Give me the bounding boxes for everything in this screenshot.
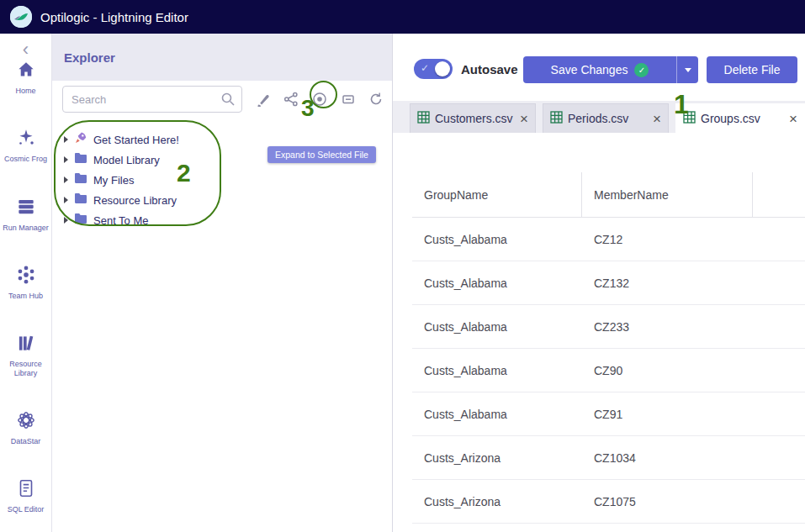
cell-empty[interactable] <box>753 305 805 348</box>
team-hub-icon <box>15 264 37 289</box>
chevron-right-icon[interactable] <box>64 197 68 203</box>
close-icon[interactable]: × <box>520 112 528 126</box>
tree-item-sent-to-me[interactable]: Sent To Me <box>64 210 392 230</box>
cell-groupname[interactable]: Custs_Alabama <box>412 305 582 348</box>
folder-icon <box>74 152 87 167</box>
autosave-control: ✓ Autosave <box>414 59 518 79</box>
chevron-down-icon <box>685 68 691 72</box>
table-row: Custs_Alabama CZ91 <box>412 392 805 436</box>
sidebar-item-cosmic-frog[interactable]: Cosmic Frog <box>1 127 51 163</box>
cell-groupname[interactable]: Custs_Alabama <box>412 392 582 435</box>
chevron-right-icon[interactable] <box>64 156 68 163</box>
sidebar-item-home[interactable]: Home <box>1 59 51 95</box>
tab-customers-csv[interactable]: Customers.csv × <box>410 103 536 133</box>
table-header-row: GroupName MemberName <box>412 172 805 218</box>
sidebar-item-resource-library[interactable]: Resource Library <box>1 332 51 377</box>
table-row: Custs_Alabama CZ90 <box>412 349 805 392</box>
chevron-right-icon[interactable] <box>64 217 68 224</box>
cell-membername[interactable]: CZ90 <box>582 349 753 392</box>
cell-membername[interactable]: CZ12 <box>582 218 753 261</box>
file-tabs: Customers.csv × Periods.csv × Grou <box>393 101 805 133</box>
saved-check-badge-icon: ✓ <box>634 63 649 77</box>
cell-membername[interactable]: CZ132 <box>582 261 753 304</box>
home-icon <box>15 59 37 84</box>
tooltip-expand-to-selected-file: Expand to Selected File <box>267 146 376 163</box>
tree-item-resource-library[interactable]: Resource Library <box>64 190 392 210</box>
collapse-all-icon[interactable] <box>341 92 356 107</box>
collapse-rail-icon[interactable]: ‹ <box>23 40 29 59</box>
file-tree: Get Started Here! Model Library My Files <box>52 113 392 230</box>
optilogic-logo-icon <box>10 6 32 28</box>
search-icon <box>220 92 236 110</box>
tab-periods-csv[interactable]: Periods.csv × <box>543 103 669 133</box>
search-input[interactable] <box>62 86 242 113</box>
editor-main: ✓ Autosave Save Changes ✓ Delete File <box>393 34 805 532</box>
tree-item-label: Model Library <box>93 154 160 166</box>
cell-empty[interactable] <box>753 480 805 523</box>
cell-empty[interactable] <box>753 392 805 435</box>
column-header-groupname: GroupName <box>412 172 582 218</box>
csv-data-table: GroupName MemberName Custs_Alabama CZ12 … <box>412 172 805 532</box>
tree-item-label: Resource Library <box>93 194 177 207</box>
chevron-right-icon[interactable] <box>64 176 68 183</box>
cell-groupname[interactable]: Custs_Alabama <box>412 261 582 304</box>
toggle-knob <box>435 61 450 76</box>
sidebar-item-label: Team Hub <box>8 292 43 300</box>
save-changes-button[interactable]: Save Changes ✓ <box>523 56 676 83</box>
cell-groupname[interactable]: Custs_Alabama <box>412 349 582 392</box>
format-pen-icon[interactable] <box>256 92 271 107</box>
datastar-icon <box>15 409 37 435</box>
chevron-right-icon[interactable] <box>64 136 68 143</box>
cell-empty[interactable] <box>753 349 805 392</box>
explorer-title: Explorer <box>64 50 115 65</box>
sql-editor-icon <box>15 477 37 503</box>
close-icon[interactable]: × <box>653 112 661 126</box>
tree-item-my-files[interactable]: My Files <box>64 170 392 190</box>
save-changes-split-button: Save Changes ✓ <box>523 56 698 83</box>
autosave-label: Autosave <box>461 62 518 76</box>
cell-groupname[interactable]: Custs_Alabama <box>412 218 582 261</box>
close-icon[interactable]: × <box>789 112 797 126</box>
cell-membername[interactable]: CZ91 <box>582 392 753 435</box>
column-header-empty <box>753 172 805 218</box>
resource-library-icon <box>15 332 37 357</box>
csv-table-icon <box>683 111 696 126</box>
sidebar-item-team-hub[interactable]: Team Hub <box>1 264 51 300</box>
expand-to-selected-file-icon[interactable] <box>311 91 328 108</box>
delete-file-button[interactable]: Delete File <box>707 56 797 83</box>
table-row: Custs_Arizona CZ1034 <box>412 436 805 480</box>
cell-membername[interactable]: CZ1034 <box>582 436 753 479</box>
sidebar-item-datastar[interactable]: DataStar <box>1 409 51 445</box>
sidebar-item-label: Resource Library <box>1 360 51 377</box>
sidebar-item-label: DataStar <box>11 437 41 445</box>
table-row: Custs_Alabama CZ132 <box>412 261 805 305</box>
cell-groupname[interactable]: Custs_Arizona <box>412 480 582 523</box>
cell-empty[interactable] <box>753 436 805 479</box>
refresh-icon[interactable] <box>368 92 384 107</box>
explorer-toolbar <box>256 91 384 108</box>
cell-membername[interactable]: CZ233 <box>582 305 753 348</box>
tree-item-label: Sent To Me <box>93 214 149 227</box>
cell-empty[interactable] <box>753 261 805 304</box>
cell-groupname[interactable]: Custs_Arizona <box>412 436 582 479</box>
rocket-icon <box>74 131 87 148</box>
sidebar-item-label: Run Manager <box>3 224 49 232</box>
tab-label: Periods.csv <box>568 112 648 125</box>
autosave-toggle[interactable]: ✓ <box>414 59 453 79</box>
search-box <box>62 86 242 113</box>
cell-empty[interactable] <box>753 218 805 261</box>
share-icon[interactable] <box>283 92 299 107</box>
tab-label: Customers.csv <box>435 112 515 125</box>
save-options-dropdown[interactable] <box>676 56 698 83</box>
run-manager-icon <box>15 196 37 221</box>
csv-table-icon <box>417 111 430 126</box>
titlebar: Optilogic - Lightning Editor <box>0 0 805 34</box>
cell-membername[interactable]: CZ1075 <box>582 480 753 523</box>
sidebar-item-label: SQL Editor <box>8 505 45 514</box>
tab-groups-csv[interactable]: Groups.csv × <box>675 103 805 133</box>
sidebar-item-run-manager[interactable]: Run Manager <box>1 196 51 232</box>
explorer-panel: Explorer <box>52 34 393 532</box>
explorer-controls: Expand to Selected File <box>52 81 392 113</box>
column-header-membername: MemberName <box>582 172 753 218</box>
sidebar-item-sql-editor[interactable]: SQL Editor <box>1 477 51 514</box>
